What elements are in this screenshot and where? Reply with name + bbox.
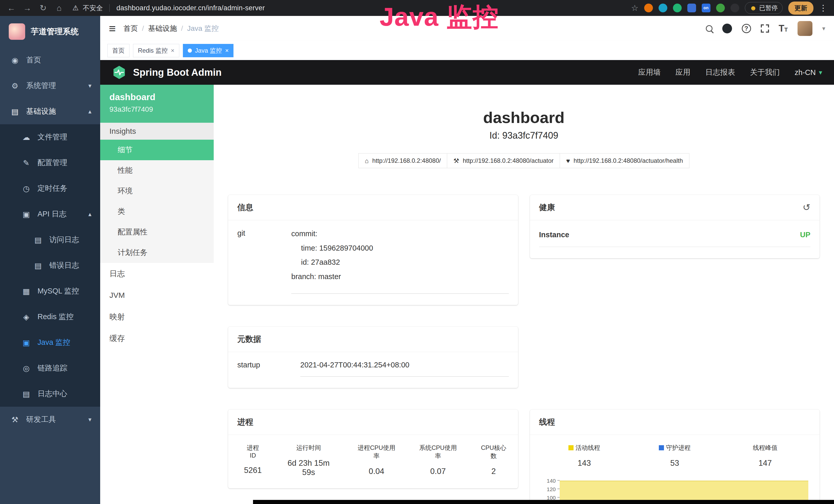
close-icon[interactable]: ×: [225, 47, 228, 54]
spring-boot-admin-logo-icon[interactable]: [112, 65, 126, 79]
nav-wall[interactable]: 应用墙: [638, 67, 661, 77]
sidebar-item-performance[interactable]: 性能: [100, 160, 214, 181]
sidebar-item-api-log[interactable]: ▣ API 日志 ▴: [0, 201, 100, 227]
health-card-title: 健康: [539, 202, 555, 213]
tab-java-monitor[interactable]: Java 监控 ×: [183, 44, 234, 57]
main-column: ≡ 首页 / 基础设施 / Java 监控 ? TT ▾: [100, 16, 834, 504]
sidebar-item-label: 文件管理: [38, 132, 67, 142]
document-icon: ▣: [22, 210, 31, 219]
reload-icon[interactable]: ↻: [39, 3, 48, 13]
history-icon[interactable]: ↺: [803, 202, 810, 213]
sidebar-item-label: 基础设施: [26, 106, 56, 117]
browser-menu-icon[interactable]: ⋮: [819, 3, 827, 13]
sidebar-section-caches[interactable]: 缓存: [100, 328, 214, 349]
address-bar[interactable]: ⚠ 不安全 dashboard.yudao.iocoder.cn/infra/a…: [72, 4, 265, 13]
sidebar-item-scheduled-tasks[interactable]: 计划任务: [100, 243, 214, 263]
stat-value: 6d 23h 15m 59s: [281, 459, 336, 477]
sidebar-submenu-infrastructure: ☁ 文件管理 ✎ 配置管理 ◷ 定时任务 ▣ API 日志 ▴: [0, 124, 100, 407]
sidebar-item-log-center[interactable]: ▤ 日志中心: [0, 381, 100, 407]
breadcrumb-item[interactable]: 首页: [124, 24, 138, 33]
legend-value: 143: [568, 459, 600, 468]
sidebar-item-system[interactable]: ⚙ 系统管理 ▾: [0, 73, 100, 98]
extension-icon[interactable]: [673, 4, 682, 12]
document-icon: ▤: [34, 261, 43, 270]
sidebar-item-file-management[interactable]: ☁ 文件管理: [0, 124, 100, 150]
edit-icon: ✎: [22, 158, 31, 167]
chevron-down-icon: ▾: [88, 416, 91, 423]
sidebar-item-config-properties[interactable]: 配置属性: [100, 222, 214, 243]
fullscreen-icon[interactable]: [761, 24, 769, 32]
sidebar-item-environment[interactable]: 环境: [100, 181, 214, 201]
health-instance-label: Instance: [539, 231, 569, 239]
process-stat: 进程ID 5261: [244, 444, 262, 477]
sidebar-item-infrastructure[interactable]: ▤ 基础设施 ▴: [0, 98, 100, 124]
sidebar-item-label: 定时任务: [38, 183, 67, 193]
legend-value: 53: [659, 459, 691, 468]
sidebar-item-mysql-monitor[interactable]: ▦ MySQL 监控: [0, 278, 100, 304]
annotation-text: Java 监控: [380, 0, 499, 35]
extension-icon[interactable]: [644, 4, 653, 12]
sidebar-item-java-monitor[interactable]: ▣ Java 监控: [0, 330, 100, 356]
sidebar-item-tracing[interactable]: ◎ 链路追踪: [0, 356, 100, 381]
nav-journal[interactable]: 日志报表: [705, 67, 735, 77]
chevron-down-icon[interactable]: ▾: [822, 25, 825, 32]
extension-icon[interactable]: [730, 4, 739, 12]
sidebar-item-config-management[interactable]: ✎ 配置管理: [0, 150, 100, 176]
home-icon[interactable]: ⌂: [54, 3, 64, 13]
sba-nav-links: 应用墙 应用 日志报表 关于我们 zh-CN ▾: [638, 67, 822, 77]
sidebar-item-details[interactable]: 细节: [100, 140, 214, 160]
window-bottom-edge: [253, 500, 834, 504]
help-icon[interactable]: ?: [742, 24, 751, 33]
sidebar-item-error-log[interactable]: ▤ 错误日志: [0, 253, 100, 278]
instance-actuator-link[interactable]: ⚒ http://192.168.0.2:48080/actuator: [447, 153, 560, 168]
hamburger-icon[interactable]: ≡: [109, 22, 116, 36]
close-icon[interactable]: ×: [171, 47, 174, 54]
brand-title[interactable]: Spring Boot Admin: [133, 67, 222, 78]
user-avatar[interactable]: [797, 21, 812, 36]
extension-icon[interactable]: [687, 4, 696, 12]
y-tick: 140: [539, 478, 560, 486]
instance-base-url-link[interactable]: ⌂ http://192.168.0.2:48080/: [358, 153, 447, 168]
info-value: commit: time: 1596289704000 id: 27aa832 …: [291, 229, 509, 294]
sidebar-item-dev-tools[interactable]: ⚒ 研发工具 ▾: [0, 407, 100, 432]
metadata-key: startup: [237, 361, 300, 377]
url-text[interactable]: dashboard.yudao.iocoder.cn/infra/admin-s…: [116, 4, 265, 12]
tab-home[interactable]: 首页: [107, 44, 129, 57]
font-size-icon[interactable]: TT: [779, 23, 788, 34]
sidebar-section-insights[interactable]: Insights: [100, 123, 214, 140]
sidebar-section-jvm[interactable]: JVM: [100, 284, 214, 306]
bookmark-star-icon[interactable]: ☆: [631, 3, 639, 13]
instance-title: dashboard: [228, 108, 820, 127]
extension-on-badge-icon[interactable]: on: [702, 4, 710, 12]
nav-about[interactable]: 关于我们: [750, 67, 780, 77]
extension-icon[interactable]: [716, 4, 725, 12]
tab-redis-monitor[interactable]: Redis 监控 ×: [133, 44, 179, 57]
stat-value: 0.07: [417, 467, 459, 476]
sidebar-item-redis-monitor[interactable]: ◈ Redis 监控: [0, 304, 100, 330]
info-line: commit:: [291, 229, 509, 239]
extension-icon[interactable]: [659, 4, 667, 12]
security-label[interactable]: 不安全: [83, 4, 103, 13]
sidebar-item-label: 系统管理: [26, 81, 56, 91]
nav-applications[interactable]: 应用: [676, 67, 690, 77]
locale-select[interactable]: zh-CN ▾: [795, 68, 822, 77]
sidebar-item-label: 首页: [26, 55, 41, 65]
profile-paused-badge[interactable]: ☻ 已暂停: [745, 2, 783, 14]
sidebar-item-label: Java 监控: [38, 337, 70, 348]
instance-header[interactable]: dashboard 93a3fc7f7409: [100, 85, 214, 123]
sidebar-section-mappings[interactable]: 映射: [100, 306, 214, 328]
back-icon[interactable]: ←: [7, 3, 16, 13]
forward-icon[interactable]: →: [23, 3, 32, 13]
process-stat: 进程CPU使用率 0.04: [355, 444, 398, 477]
instance-health-link[interactable]: ♥ http://192.168.0.2:48080/actuator/heal…: [560, 153, 689, 168]
sidebar-item-access-log[interactable]: ▤ 访问日志: [0, 227, 100, 253]
sidebar-item-scheduled-jobs[interactable]: ◷ 定时任务: [0, 176, 100, 201]
github-icon[interactable]: [722, 24, 732, 33]
sidebar-section-logs[interactable]: 日志: [100, 263, 214, 284]
cards-grid: 信息 git commit: time: 1596289704000 id: 2…: [228, 195, 820, 504]
update-button[interactable]: 更新: [788, 2, 813, 15]
sidebar-item-classes[interactable]: 类: [100, 201, 214, 222]
search-icon[interactable]: [706, 25, 712, 32]
breadcrumb-item[interactable]: 基础设施: [148, 24, 177, 33]
sidebar-item-home[interactable]: ◉ 首页: [0, 47, 100, 73]
